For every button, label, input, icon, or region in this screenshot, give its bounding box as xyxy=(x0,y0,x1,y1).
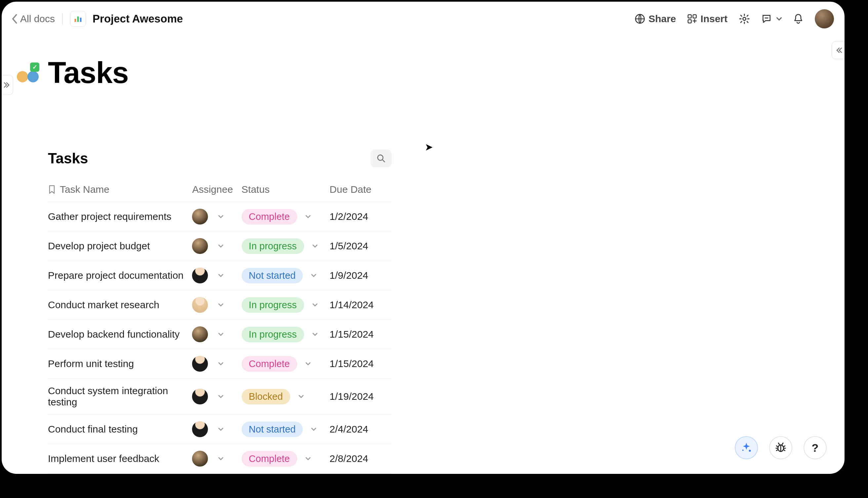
assignee-cell[interactable] xyxy=(192,267,236,284)
doc-title[interactable]: Project Awesome xyxy=(93,13,183,25)
task-name-cell[interactable]: Implement user feedback xyxy=(48,453,159,464)
chevron-down-icon[interactable] xyxy=(311,273,317,278)
table-row[interactable]: Define project scopeBlocked2/9/2024 xyxy=(48,473,392,474)
table-row[interactable]: Perform unit testingComplete1/15/2024 xyxy=(48,349,392,379)
chevron-down-icon[interactable] xyxy=(218,214,224,220)
page-title[interactable]: Tasks xyxy=(48,56,129,90)
chevron-down-icon[interactable] xyxy=(305,214,311,220)
chevron-down-icon[interactable] xyxy=(218,273,224,278)
due-date-cell[interactable]: 2/8/2024 xyxy=(330,453,368,464)
task-name-cell[interactable]: Conduct system integration testing xyxy=(48,385,168,407)
assignee-cell[interactable] xyxy=(192,356,236,372)
chevron-down-icon[interactable] xyxy=(311,426,317,432)
insert-label: Insert xyxy=(700,13,727,25)
table-row[interactable]: Implement user feedbackComplete2/8/2024 xyxy=(48,444,392,473)
table-row[interactable]: Gather project requirementsComplete1/2/2… xyxy=(48,202,392,232)
chevron-down-icon[interactable] xyxy=(298,393,304,399)
share-button[interactable]: Share xyxy=(635,13,676,25)
task-name-cell[interactable]: Develop project budget xyxy=(48,240,150,251)
due-date-cell[interactable]: 1/5/2024 xyxy=(330,240,368,251)
comments-button[interactable] xyxy=(761,14,782,24)
task-name-cell[interactable]: Conduct market research xyxy=(48,299,159,310)
status-cell[interactable]: In progress xyxy=(242,238,324,254)
assignee-cell[interactable] xyxy=(192,451,236,467)
table-row[interactable]: Conduct final testingNot started2/4/2024 xyxy=(48,415,392,444)
chevron-down-icon xyxy=(776,16,782,22)
section-title[interactable]: Tasks xyxy=(48,150,88,167)
ai-assist-button[interactable] xyxy=(735,436,758,459)
notifications-button[interactable] xyxy=(793,13,803,25)
assignee-avatar xyxy=(192,238,208,254)
status-pill: Not started xyxy=(242,268,303,284)
page-icon[interactable]: ✓ xyxy=(15,60,41,86)
status-cell[interactable]: In progress xyxy=(242,327,324,342)
status-cell[interactable]: Complete xyxy=(242,209,324,224)
table-row[interactable]: Develop backend functionalityIn progress… xyxy=(48,320,392,349)
chevron-down-icon[interactable] xyxy=(218,456,224,462)
comment-icon xyxy=(761,14,772,24)
task-name-cell[interactable]: Gather project requirements xyxy=(48,211,172,222)
chevron-down-icon[interactable] xyxy=(312,302,318,308)
chevron-down-icon[interactable] xyxy=(218,243,224,249)
table-row[interactable]: Conduct market researchIn progress1/14/2… xyxy=(48,290,392,320)
svg-rect-5 xyxy=(693,15,696,18)
task-name-cell[interactable]: Develop backend functionality xyxy=(48,329,180,340)
chevron-down-icon[interactable] xyxy=(305,361,311,367)
col-name-header[interactable]: Task Name xyxy=(60,184,109,195)
user-avatar[interactable] xyxy=(815,9,834,28)
status-cell[interactable]: Blocked xyxy=(242,389,324,404)
status-pill: Not started xyxy=(242,422,303,437)
chevron-down-icon[interactable] xyxy=(218,361,224,367)
table-row[interactable]: Conduct system integration testingBlocke… xyxy=(48,379,392,415)
svg-rect-2 xyxy=(80,18,82,22)
table-row[interactable]: Prepare project documentationNot started… xyxy=(48,261,392,290)
help-button[interactable]: ? xyxy=(803,436,827,459)
col-due-header[interactable]: Due Date xyxy=(330,184,372,195)
task-name-cell[interactable]: Perform unit testing xyxy=(48,358,134,369)
table-search-button[interactable] xyxy=(371,149,392,167)
assignee-cell[interactable] xyxy=(192,238,236,254)
chevron-down-icon[interactable] xyxy=(218,426,224,432)
debug-button[interactable] xyxy=(769,436,792,459)
chevron-left-icon xyxy=(12,14,18,24)
due-date-cell[interactable]: 2/4/2024 xyxy=(330,423,368,434)
assignee-cell[interactable] xyxy=(192,297,236,313)
chevron-down-icon[interactable] xyxy=(305,456,311,462)
assignee-cell[interactable] xyxy=(192,209,236,224)
chevron-down-icon[interactable] xyxy=(312,331,318,337)
status-cell[interactable]: Complete xyxy=(242,451,324,467)
due-date-cell[interactable]: 1/19/2024 xyxy=(330,391,374,402)
status-cell[interactable]: Not started xyxy=(242,422,324,437)
assignee-cell[interactable] xyxy=(192,326,236,342)
due-date-cell[interactable]: 1/14/2024 xyxy=(330,299,374,310)
col-status-header[interactable]: Status xyxy=(242,184,270,195)
status-cell[interactable]: Not started xyxy=(242,268,324,284)
assignee-cell[interactable] xyxy=(192,389,236,404)
task-name-cell[interactable]: Conduct final testing xyxy=(48,423,138,434)
svg-point-7 xyxy=(743,17,746,20)
doc-icon[interactable] xyxy=(70,11,86,27)
gear-icon xyxy=(739,13,750,25)
due-date-cell[interactable]: 1/2/2024 xyxy=(330,211,368,222)
settings-button[interactable] xyxy=(739,13,750,25)
col-assignee-header[interactable]: Assignee xyxy=(192,184,233,195)
chevron-down-icon[interactable] xyxy=(218,331,224,337)
task-name-cell[interactable]: Prepare project documentation xyxy=(48,270,184,281)
status-cell[interactable]: Complete xyxy=(242,356,324,372)
assignee-cell[interactable] xyxy=(192,421,236,437)
due-date-cell[interactable]: 1/15/2024 xyxy=(330,329,374,340)
due-date-cell[interactable]: 1/15/2024 xyxy=(330,358,374,369)
chevron-down-icon[interactable] xyxy=(218,302,224,308)
insert-button[interactable]: Insert xyxy=(687,13,727,25)
status-pill: In progress xyxy=(242,327,304,342)
back-all-docs[interactable]: All docs xyxy=(12,13,55,25)
svg-point-12 xyxy=(742,449,743,451)
chevron-down-icon[interactable] xyxy=(218,393,224,399)
svg-point-11 xyxy=(749,450,751,452)
status-cell[interactable]: In progress xyxy=(242,297,324,313)
svg-rect-6 xyxy=(688,20,692,23)
due-date-cell[interactable]: 1/9/2024 xyxy=(330,270,368,281)
table-row[interactable]: Develop project budgetIn progress1/5/202… xyxy=(48,232,392,261)
chevron-down-icon[interactable] xyxy=(312,243,318,249)
header: All docs Project Awesome Share Insert xyxy=(2,2,844,36)
